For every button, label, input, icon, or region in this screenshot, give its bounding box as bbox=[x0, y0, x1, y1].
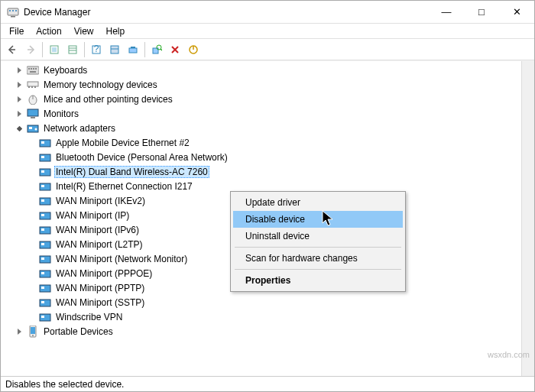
network-adapter-icon bbox=[39, 224, 51, 236]
toolbar: ? bbox=[1, 39, 534, 60]
monitor-icon bbox=[27, 108, 39, 120]
show-hidden-button[interactable] bbox=[46, 41, 63, 58]
chevron-right-icon[interactable] bbox=[13, 64, 25, 76]
network-adapter-icon bbox=[39, 209, 51, 222]
svg-rect-14 bbox=[129, 48, 137, 53]
mouse-icon bbox=[27, 93, 39, 105]
disable-button[interactable] bbox=[185, 41, 202, 58]
minimize-button[interactable]: — bbox=[429, 1, 464, 24]
svg-rect-22 bbox=[28, 68, 30, 70]
svg-rect-28 bbox=[28, 86, 30, 88]
tree-category-network[interactable]: Network adapters bbox=[1, 121, 534, 135]
svg-point-4 bbox=[15, 10, 17, 11]
network-adapter-icon bbox=[27, 122, 39, 134]
update-driver-button[interactable] bbox=[125, 41, 141, 58]
ctx-scan-hardware[interactable]: Scan for hardware changes bbox=[233, 250, 403, 267]
tree-category-mice[interactable]: Mice and other pointing devices bbox=[1, 92, 534, 106]
chevron-right-icon[interactable] bbox=[13, 79, 25, 91]
ctx-uninstall-device[interactable]: Uninstall device bbox=[233, 228, 403, 245]
svg-rect-6 bbox=[52, 47, 57, 52]
svg-point-3 bbox=[12, 10, 14, 11]
keyboard-icon bbox=[27, 64, 39, 76]
svg-rect-53 bbox=[41, 243, 44, 245]
tree-label: WAN Miniport (IP) bbox=[54, 209, 131, 222]
statusbar: Disables the selected device. bbox=[1, 376, 534, 391]
tree-label: WAN Miniport (PPPOE) bbox=[54, 267, 154, 280]
tree-label: Network adapters bbox=[42, 122, 117, 134]
tree-label: Mice and other pointing devices bbox=[42, 93, 174, 105]
svg-rect-21 bbox=[27, 66, 39, 74]
tree-label: Intel(R) Ethernet Connection I217 bbox=[54, 180, 194, 193]
memory-icon bbox=[27, 79, 39, 91]
svg-point-2 bbox=[9, 10, 11, 11]
view-button[interactable] bbox=[64, 41, 81, 58]
window-title: Device Manager bbox=[24, 7, 429, 18]
ctx-disable-device[interactable]: Disable device bbox=[233, 211, 403, 228]
uninstall-button[interactable] bbox=[167, 41, 183, 58]
scan-hardware-button[interactable] bbox=[148, 41, 165, 58]
titlebar[interactable]: Device Manager — □ ✕ bbox=[1, 1, 534, 24]
tree-category-keyboards[interactable]: Keyboards bbox=[1, 63, 534, 77]
tree-item-network-selected[interactable]: Intel(R) Dual Band Wireless-AC 7260 bbox=[1, 164, 534, 179]
chevron-down-icon[interactable] bbox=[13, 122, 25, 134]
tree-category-memory[interactable]: Memory technology devices bbox=[1, 77, 534, 92]
device-tree[interactable]: Keyboards Memory technology devices Mice… bbox=[1, 60, 534, 376]
svg-rect-63 bbox=[41, 316, 44, 318]
status-text: Disables the selected device. bbox=[5, 379, 124, 390]
menu-file[interactable]: File bbox=[4, 25, 29, 37]
svg-rect-12 bbox=[111, 46, 118, 53]
tree-item-network[interactable]: Bluetooth Device (Personal Area Network) bbox=[1, 150, 534, 164]
svg-rect-57 bbox=[41, 272, 44, 274]
ctx-separator bbox=[235, 247, 401, 248]
close-button[interactable]: ✕ bbox=[499, 1, 534, 24]
svg-point-66 bbox=[32, 335, 34, 336]
svg-rect-59 bbox=[41, 287, 44, 289]
tree-item-network[interactable]: Windscribe VPN bbox=[1, 309, 534, 324]
network-adapter-icon bbox=[39, 151, 51, 164]
svg-rect-41 bbox=[41, 156, 44, 158]
tree-label: Monitors bbox=[42, 108, 80, 120]
menu-view[interactable]: View bbox=[69, 25, 99, 37]
tree-label: Intel(R) Dual Band Wireless-AC 7260 bbox=[54, 166, 209, 178]
menu-action[interactable]: Action bbox=[31, 25, 66, 37]
tree-category-monitors[interactable]: Monitors bbox=[1, 106, 534, 121]
svg-rect-27 bbox=[28, 82, 38, 86]
tree-label: WAN Miniport (Network Monitor) bbox=[54, 253, 189, 265]
ctx-separator bbox=[235, 269, 401, 270]
network-adapter-icon bbox=[39, 253, 51, 265]
chevron-right-icon[interactable] bbox=[13, 108, 25, 120]
svg-rect-49 bbox=[41, 214, 44, 216]
network-adapter-icon bbox=[39, 137, 51, 149]
svg-point-37 bbox=[35, 128, 37, 130]
network-adapter-icon bbox=[39, 166, 51, 178]
svg-rect-24 bbox=[33, 68, 34, 70]
tree-label: WAN Miniport (PPTP) bbox=[54, 282, 146, 294]
help-button[interactable]: ? bbox=[88, 41, 105, 58]
tree-item-network[interactable]: WAN Miniport (SSTP) bbox=[1, 295, 534, 309]
svg-rect-65 bbox=[31, 327, 35, 334]
tree-label: Apple Mobile Device Ethernet #2 bbox=[54, 137, 191, 149]
scrollbar[interactable] bbox=[521, 61, 534, 376]
chevron-right-icon[interactable] bbox=[13, 93, 25, 105]
network-adapter-icon bbox=[39, 282, 51, 294]
svg-rect-0 bbox=[8, 8, 18, 15]
svg-rect-34 bbox=[31, 117, 35, 118]
context-menu: Update driver Disable device Uninstall d… bbox=[230, 191, 406, 292]
menubar: File Action View Help bbox=[1, 24, 534, 39]
tree-category-portable[interactable]: Portable Devices bbox=[1, 324, 534, 339]
tree-label: Memory technology devices bbox=[42, 79, 159, 91]
tree-label: Windscribe VPN bbox=[54, 311, 124, 323]
back-button[interactable] bbox=[4, 41, 21, 58]
properties-button[interactable] bbox=[106, 41, 123, 58]
svg-line-18 bbox=[160, 49, 162, 50]
forward-button[interactable] bbox=[22, 41, 39, 58]
maximize-button[interactable]: □ bbox=[464, 1, 499, 24]
svg-rect-51 bbox=[41, 228, 44, 231]
ctx-properties[interactable]: Properties bbox=[233, 272, 403, 289]
ctx-update-driver[interactable]: Update driver bbox=[233, 194, 403, 211]
tree-label: WAN Miniport (L2TP) bbox=[54, 238, 144, 251]
svg-rect-39 bbox=[41, 141, 44, 144]
chevron-right-icon[interactable] bbox=[13, 326, 25, 338]
menu-help[interactable]: Help bbox=[101, 25, 131, 37]
tree-item-network[interactable]: Apple Mobile Device Ethernet #2 bbox=[1, 135, 534, 150]
